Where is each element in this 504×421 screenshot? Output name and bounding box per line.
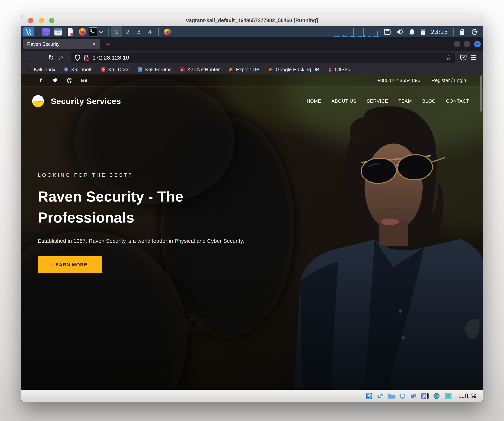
panel-separator <box>453 28 454 36</box>
register-login-link[interactable]: Register / Login <box>431 77 466 83</box>
bookmark-kali-nethunter[interactable]: Kali NetHunter <box>180 67 220 72</box>
nav-contact[interactable]: CONTACT <box>446 99 469 104</box>
chevron-down-icon[interactable] <box>99 29 103 34</box>
exploit-db-favicon <box>228 67 234 72</box>
bookmark-star-icon[interactable]: ☆ <box>446 54 451 61</box>
home-button[interactable]: ⌂ <box>56 53 66 63</box>
gtk-window-controls: × <box>454 41 481 47</box>
twitter-icon[interactable] <box>52 78 58 83</box>
vbox-recording-icon[interactable] <box>410 392 417 400</box>
brand-name: Security Services <box>51 97 121 106</box>
virtualbox-vm-window: vagrant-kali_default_1649657277982_50460… <box>21 15 483 402</box>
brand-logo-icon <box>32 95 44 107</box>
workspace-3[interactable]: 3 <box>133 26 144 37</box>
browser-close-button[interactable]: × <box>474 41 481 47</box>
bookmarks-toolbar: Kali Linux Kali Tools Kali Docs Kali For… <box>21 64 483 74</box>
vm-window-title: vagrant-kali_default_1649657277982_50460… <box>21 18 483 23</box>
hero-title: Raven Security - The Professionals <box>38 186 231 228</box>
app-launcher-icon[interactable] <box>42 28 50 36</box>
panel-clock[interactable]: 23:25 <box>431 29 448 35</box>
vbox-mouse-integration-icon[interactable] <box>433 392 441 400</box>
new-tab-button[interactable]: + <box>106 40 110 48</box>
back-button[interactable]: ← <box>25 53 36 63</box>
vbox-network-icon[interactable] <box>376 392 384 400</box>
bookmark-kali-linux[interactable]: Kali Linux <box>26 67 55 72</box>
vbox-harddisk-icon[interactable] <box>365 392 373 400</box>
vbox-shared-folders-icon[interactable] <box>387 392 395 400</box>
vbox-display-icon[interactable] <box>399 392 406 400</box>
tracking-shield-icon[interactable] <box>75 54 80 61</box>
nav-blog[interactable]: BLOG <box>422 99 436 104</box>
kali-menu-button[interactable] <box>23 27 34 36</box>
close-window-button[interactable] <box>28 18 33 23</box>
learn-more-button[interactable]: LEARN MORE <box>38 256 102 273</box>
insecure-lock-icon[interactable] <box>83 54 89 61</box>
url-text[interactable]: 172.28.128.10 <box>92 54 446 61</box>
minimize-window-button[interactable] <box>39 18 44 23</box>
page-scrollbar[interactable] <box>480 75 482 112</box>
behance-icon[interactable]: Bē <box>81 77 87 83</box>
workspace-1[interactable]: 1 <box>111 26 122 37</box>
panel-separator <box>108 28 108 36</box>
browser-maximize-button[interactable] <box>464 41 470 47</box>
vbox-features-icon[interactable] <box>421 392 430 400</box>
nav-home[interactable]: HOME <box>307 99 321 104</box>
traffic-lights <box>28 18 54 23</box>
dribbble-icon[interactable] <box>67 78 73 83</box>
site-nav: HOME ABOUT US SERVICE TEAM BLOG CONTACT <box>307 99 469 104</box>
tab-raven-security[interactable]: Raven Security × <box>23 39 100 49</box>
vm-titlebar: vagrant-kali_default_1649657277982_50460… <box>21 15 483 26</box>
tab-close-icon[interactable]: × <box>91 41 96 47</box>
site-brand[interactable]: Security Services <box>32 95 121 107</box>
taskbar-firefox-icon[interactable] <box>163 28 172 36</box>
panel-separator <box>158 28 159 36</box>
hero-tagline: LOOKING FOR THE BEST? <box>38 172 263 178</box>
nav-team[interactable]: TEAM <box>398 99 412 104</box>
hero-subtitle: Established in 1987, Raven Security is a… <box>38 238 263 244</box>
forward-button[interactable]: → <box>36 53 46 63</box>
network-tray-icon[interactable] <box>384 29 390 35</box>
firefox-toolbar: ← → ↻ ⌂ 172.28.128.10 ☆ ☰ <box>21 51 483 64</box>
url-bar[interactable]: 172.28.128.10 ☆ <box>71 53 455 63</box>
menu-hamburger-icon[interactable]: ☰ <box>468 53 479 63</box>
bookmark-offsec[interactable]: OffSec <box>328 67 350 72</box>
site-topbar: f Bē +880 012 3654 896 Register / Login <box>21 74 483 87</box>
terminal-launcher-icon[interactable]: $_ <box>89 27 97 36</box>
bookmark-kali-docs[interactable]: Kali Docs <box>101 67 129 72</box>
notifications-tray-icon[interactable] <box>409 29 415 35</box>
hero-section: LOOKING FOR THE BEST? Raven Security - T… <box>38 172 263 273</box>
page-viewport: f Bē +880 012 3654 896 Register / Login <box>21 74 483 390</box>
volume-tray-icon[interactable] <box>396 29 403 35</box>
browser-minimize-button[interactable] <box>454 41 460 47</box>
file-manager-icon[interactable] <box>54 28 62 36</box>
firefox-launcher-icon[interactable] <box>78 28 87 36</box>
nav-service[interactable]: SERVICE <box>367 99 388 104</box>
kali-docs-favicon <box>101 67 106 72</box>
bookmark-google-hacking-db[interactable]: Google Hacking DB <box>268 67 319 72</box>
battery-tray-icon[interactable] <box>421 29 425 35</box>
kali-nethunter-favicon <box>180 67 185 72</box>
bookmark-kali-tools[interactable]: Kali Tools <box>64 67 92 72</box>
bookmark-kali-forums[interactable]: Kali Forums <box>138 67 172 72</box>
zoom-window-button[interactable] <box>49 18 54 23</box>
nav-about-us[interactable]: ABOUT US <box>331 99 356 104</box>
kali-panel: $_ 1 2 3 4 <box>21 26 483 37</box>
facebook-icon[interactable]: f <box>38 77 44 83</box>
workspace-4[interactable]: 4 <box>144 26 156 37</box>
network-monitor-graph <box>333 27 381 37</box>
kali-linux-favicon <box>26 67 31 72</box>
social-links: f Bē <box>38 77 87 83</box>
kali-forums-favicon <box>138 67 143 72</box>
logout-icon[interactable] <box>471 29 478 35</box>
workspace-2[interactable]: 2 <box>122 26 133 37</box>
bookmark-exploit-db[interactable]: Exploit-DB <box>228 67 259 72</box>
pocket-icon[interactable] <box>458 53 468 63</box>
tab-title: Raven Security <box>27 41 91 47</box>
offsec-favicon <box>328 67 332 72</box>
vbox-keyboard-capture-icon[interactable] <box>444 392 452 400</box>
text-editor-icon[interactable] <box>66 28 75 36</box>
site-header: Security Services HOME ABOUT US SERVICE … <box>21 87 483 116</box>
ghdb-favicon <box>268 67 273 72</box>
lock-screen-icon[interactable] <box>459 29 465 35</box>
reload-button[interactable]: ↻ <box>46 53 56 63</box>
